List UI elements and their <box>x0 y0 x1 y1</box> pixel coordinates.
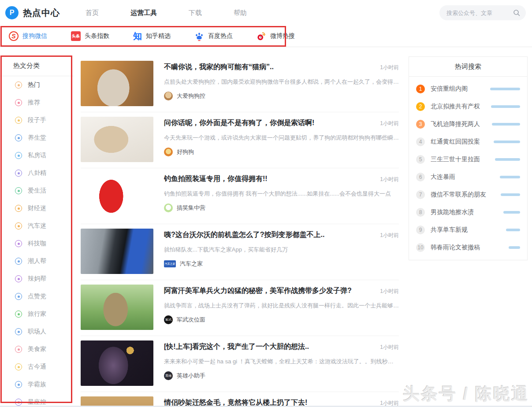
nav-item-help[interactable]: 帮助 <box>234 9 247 17</box>
article-row[interactable]: 情侣吵架迁怒金毛，竟然将它从楼上扔了下去! 1小时前 <box>81 392 399 407</box>
search-icon[interactable] <box>513 9 521 18</box>
source-tab-bar: S 搜狗微信 头条 头条指数 知 知乎精选 百度热点 <box>0 26 532 47</box>
sidebar-item-finance[interactable]: 财经迷 <box>0 200 74 217</box>
article-row[interactable]: 问你话呢，你外面是不是有狗了，你倒是索话啊! 1小时前 今天先来玩一个游戏，或许… <box>81 112 399 168</box>
sidebar-item-tech[interactable]: 科技咖 <box>0 235 74 252</box>
sidebar-item-gossip[interactable]: 八卦精 <box>0 164 74 182</box>
hotword-row[interactable]: 6 大连暴雨 <box>409 168 527 186</box>
sidebar-item-jokes[interactable]: 段子手 <box>0 111 74 129</box>
article-body: 不瞒你说，我家的狗可能有“猫病”.. 1小时前 点箭头处大爱狗狗控，国内最受欢迎… <box>164 61 399 106</box>
source-tab-zhihu-selection[interactable]: 知 知乎精选 <box>133 32 171 41</box>
hotword-row[interactable]: 4 红通黄红回国投案 <box>409 133 527 151</box>
nav-item-home[interactable]: 首页 <box>86 9 99 17</box>
article-body: [快!上车]看完这个，我产生了一个大胆的想法.. 1小时前 来来来和小可爱一起 … <box>164 340 399 386</box>
sidebar-item-career[interactable]: 职场人 <box>0 323 74 340</box>
source-avatar <box>164 92 173 100</box>
category-icon <box>15 399 22 406</box>
hotword-label: 微信不常联系的朋友 <box>431 191 495 199</box>
category-icon <box>15 328 22 335</box>
hotword-row[interactable]: 1 安倍重组内阁 <box>409 80 527 98</box>
article-row[interactable]: 钓鱼拍照装逼专用，你值得拥有!! 1小时前 钓鱼拍照装逼专用，你值得拥有 我有一… <box>81 168 399 224</box>
article-title[interactable]: 不瞒你说，我家的狗可能有“猫病”.. <box>164 63 372 72</box>
hotword-row[interactable]: 5 三生三世十里拉面 <box>409 151 527 168</box>
article-source-row[interactable]: 军武 军武次位面 <box>164 315 399 324</box>
category-icon <box>15 363 22 370</box>
rank-badge: 9 <box>416 226 425 234</box>
sidebar-item-horoscope[interactable]: 星座控 <box>0 393 74 407</box>
sidebar-item-moms[interactable]: 辣妈帮 <box>0 270 74 288</box>
article-row[interactable]: 不瞒你说，我家的狗可能有“猫病”.. 1小时前 点箭头处大爱狗狗控，国内最受欢迎… <box>81 56 399 112</box>
sidebar-item-food[interactable]: 美食家 <box>0 340 74 358</box>
source-tab-sogou-wechat[interactable]: S 搜狗微信 <box>9 31 47 41</box>
sidebar-item-likes[interactable]: 点赞党 <box>0 288 74 305</box>
article-source-row[interactable]: 大爱狗狗控 <box>164 92 399 100</box>
category-icon <box>15 346 22 353</box>
hotword-label: 安倍重组内阁 <box>431 85 484 93</box>
category-icon <box>15 381 22 388</box>
category-icon <box>15 117 22 124</box>
source-tab-label: 头条指数 <box>85 32 109 40</box>
sidebar-item-health[interactable]: 养生堂 <box>0 129 74 147</box>
sidebar-item-lifestyle[interactable]: 爱生活 <box>0 182 74 200</box>
source-tab-baidu-hot[interactable]: 百度热点 <box>194 31 233 41</box>
article-thumbnail[interactable] <box>81 229 153 274</box>
nav-item-tools[interactable]: 运营工具 <box>130 9 157 17</box>
source-tab-toutiao-index[interactable]: 头条 头条指数 <box>71 31 109 41</box>
article-thumbnail[interactable] <box>81 285 153 330</box>
brand-title[interactable]: 热点中心 <box>23 7 60 19</box>
article-title[interactable]: 钓鱼拍照装逼专用，你值得拥有!! <box>164 174 372 184</box>
source-tab-label: 百度热点 <box>208 32 233 40</box>
sidebar-item-hot[interactable]: 热门 <box>0 76 74 94</box>
article-row[interactable]: 阿富汗美军单兵火力凶猛的秘密，美军作战携带多少发子弹? 1小时前 就战争而言，战… <box>81 280 399 336</box>
rank-badge: 8 <box>416 208 425 217</box>
article-source-row[interactable]: 汽车之家 汽车之家 <box>164 259 399 268</box>
article-source-row[interactable]: 英雄 英雄小助手 <box>164 371 399 380</box>
category-label: 八卦精 <box>28 169 46 177</box>
app-logo[interactable]: P <box>5 6 19 19</box>
sidebar-item-cars[interactable]: 汽车迷 <box>0 217 74 235</box>
category-label: 爱生活 <box>28 187 46 195</box>
sidebar-item-study[interactable]: 学霸族 <box>0 376 74 393</box>
article-source-row[interactable]: 好狗狗 <box>164 148 399 156</box>
article-row[interactable]: 咦?这台沃尔沃的前机盖怎么了?按到变形都盖不上.. 1小时前 就怕猪队友...下… <box>81 224 399 280</box>
article-title[interactable]: [快!上车]看完这个，我产生了一个大胆的想法.. <box>164 342 372 352</box>
article-title[interactable]: 阿富汗美军单兵火力凶猛的秘密，美军作战携带多少发子弹? <box>164 286 372 296</box>
rank-badge: 5 <box>416 155 425 164</box>
source-name: 军武次位面 <box>177 316 205 324</box>
article-thumbnail[interactable] <box>81 117 153 162</box>
article-time: 1小时前 <box>380 176 399 183</box>
article-body: 钓鱼拍照装逼专用，你值得拥有!! 1小时前 钓鱼拍照装逼专用，你值得拥有 我有一… <box>164 173 399 218</box>
hotword-row[interactable]: 8 男孩跪地擦水渍 <box>409 204 527 221</box>
article-time: 1小时前 <box>380 120 399 127</box>
sidebar-item-recommend[interactable]: 推荐 <box>0 94 74 111</box>
category-label: 点赞党 <box>28 292 46 300</box>
article-row[interactable]: [快!上车]看完这个，我产生了一个大胆的想法.. 1小时前 来来来和小可爱一起 … <box>81 336 399 392</box>
article-title[interactable]: 问你话呢，你外面是不是有狗了，你倒是索话啊! <box>164 118 372 128</box>
category-label: 汽车迷 <box>28 222 46 230</box>
hotword-row[interactable]: 7 微信不常联系的朋友 <box>409 186 527 204</box>
article-title[interactable]: 咦?这台沃尔沃的前机盖怎么了?按到变形都盖不上.. <box>164 230 372 240</box>
category-label: 潮人帮 <box>28 257 46 265</box>
category-label: 养生堂 <box>28 134 46 142</box>
source-tab-weibo-hot[interactable]: 微博热搜 <box>257 31 295 41</box>
sidebar-item-fashion[interactable]: 潮人帮 <box>0 252 74 270</box>
rank-badge: 4 <box>416 137 425 146</box>
article-thumbnail[interactable] <box>81 173 153 218</box>
top-navbar: P 热点中心 首页 运营工具 下载 帮助 <box>0 0 532 26</box>
article-thumbnail[interactable] <box>81 340 153 386</box>
source-tab-label: 搜狗微信 <box>22 32 47 40</box>
hotword-row[interactable]: 2 北京拟推共有产权 <box>409 98 527 115</box>
article-thumbnail[interactable] <box>81 61 153 106</box>
hotword-row[interactable]: 3 飞机迫降撞死两人 <box>409 115 527 133</box>
article-summary: 就怕猪队友...下载汽车之家App，买车能省好几万 <box>164 246 399 254</box>
sidebar-item-travel[interactable]: 旅行家 <box>0 305 74 323</box>
sidebar-item-private[interactable]: 私房话 <box>0 147 74 164</box>
hotword-row[interactable]: 10 韩春雨论文被撤稿 <box>409 239 527 256</box>
article-source-row[interactable]: 搞笑集中营 <box>164 204 399 212</box>
hotword-row[interactable]: 9 共享单车新规 <box>409 221 527 239</box>
nav-item-download[interactable]: 下载 <box>189 9 202 17</box>
category-label: 古今通 <box>28 363 46 371</box>
article-time: 1小时前 <box>380 64 399 71</box>
sidebar-item-history[interactable]: 古今通 <box>0 358 74 376</box>
category-label: 热门 <box>28 81 40 89</box>
